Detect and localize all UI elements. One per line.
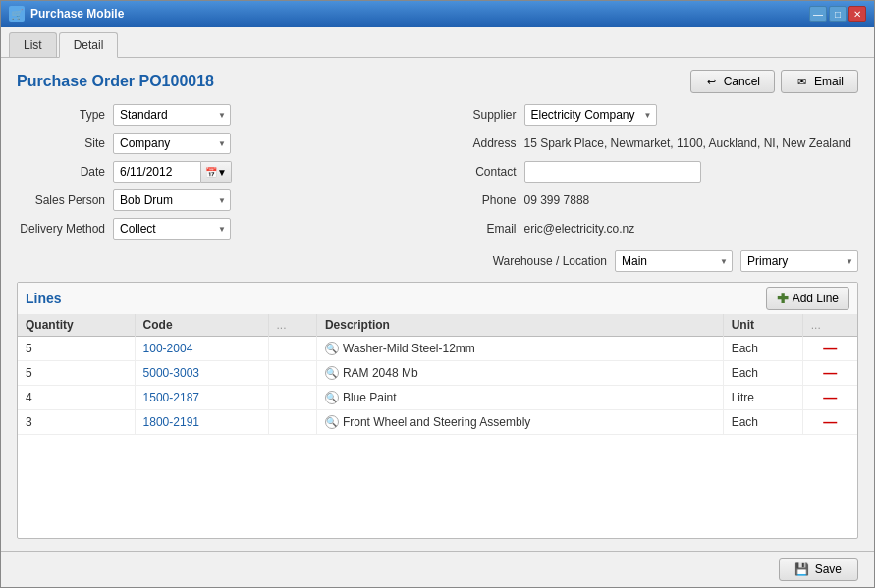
cell-code[interactable]: 100-2004 — [135, 337, 268, 361]
lines-header-row: Lines ✚ Add Line — [18, 283, 857, 314]
supplier-select-wrapper: Electricity Company — [524, 104, 657, 126]
description-text: RAM 2048 Mb — [343, 366, 418, 380]
add-icon: ✚ — [777, 291, 789, 306]
tab-bar: List Detail — [1, 27, 874, 58]
contact-input[interactable] — [524, 161, 701, 183]
email-field-label: Email — [448, 222, 517, 236]
table-header-row: Quantity Code ... Description Unit ... — [18, 314, 857, 337]
table-row: 5 5000-3003 🔍 RAM 2048 Mb Each — — [18, 361, 857, 386]
lines-table-wrapper: Quantity Code ... Description Unit ... 5… — [18, 314, 857, 538]
supplier-select[interactable]: Electricity Company — [524, 104, 657, 126]
description-with-search: 🔍 Blue Paint — [325, 391, 715, 404]
delete-line-button[interactable]: — — [811, 341, 849, 356]
lines-title: Lines — [26, 291, 62, 306]
search-icon[interactable]: 🔍 — [325, 391, 339, 404]
col-ellipsis1: ... — [268, 314, 316, 337]
location-select-wrapper: Primary — [740, 250, 858, 272]
delete-line-button[interactable]: — — [811, 414, 849, 430]
content-area: Purchase Order PO100018 ↩ Cancel ✉ Email… — [1, 58, 874, 551]
sales-person-label: Sales Person — [17, 193, 105, 207]
cell-quantity: 3 — [18, 410, 135, 435]
cell-quantity: 5 — [18, 337, 135, 361]
form-row-type: Type Standard — [17, 103, 428, 127]
main-window: 🛒 Purchase Mobile — □ ✕ List Detail Purc… — [0, 0, 875, 588]
warehouse-select[interactable]: Main — [615, 250, 733, 272]
close-button[interactable]: ✕ — [848, 6, 866, 22]
form-row-contact: Contact — [448, 160, 859, 184]
delete-line-button[interactable]: — — [811, 365, 849, 381]
delivery-method-label: Delivery Method — [17, 222, 105, 236]
warehouse-select-wrapper: Main — [615, 250, 733, 272]
tab-list[interactable]: List — [9, 32, 57, 57]
cell-search — [268, 337, 316, 361]
description-with-search: 🔍 Washer-Mild Steel-12mm — [325, 342, 715, 355]
cell-description: 🔍 Blue Paint — [316, 386, 723, 410]
cell-delete: — — [802, 386, 857, 410]
cell-description: 🔍 RAM 2048 Mb — [316, 361, 723, 386]
header-buttons: ↩ Cancel ✉ Email — [690, 70, 858, 93]
description-with-search: 🔍 RAM 2048 Mb — [325, 366, 715, 380]
po-title: Purchase Order PO100018 — [17, 73, 214, 90]
cell-unit: Each — [723, 337, 802, 361]
cell-quantity: 4 — [18, 386, 135, 410]
maximize-button[interactable]: □ — [829, 6, 847, 22]
title-bar-left: 🛒 Purchase Mobile — [9, 6, 124, 22]
email-btn-label: Email — [814, 75, 844, 88]
cell-code[interactable]: 1500-2187 — [135, 386, 268, 410]
form-section: Type Standard Site Company — [17, 103, 858, 241]
date-input[interactable] — [113, 161, 201, 183]
col-description: Description — [316, 314, 723, 337]
delete-line-button[interactable]: — — [811, 390, 849, 405]
window-controls: — □ ✕ — [809, 6, 866, 22]
cell-unit: Each — [723, 410, 802, 435]
date-label: Date — [17, 165, 105, 179]
save-button[interactable]: 💾 Save — [779, 558, 858, 581]
address-value: 15 Spark Place, Newmarket, 1100, Aucklan… — [524, 136, 852, 150]
header-row: Purchase Order PO100018 ↩ Cancel ✉ Email — [17, 70, 858, 93]
delivery-select-wrapper: Collect — [113, 218, 231, 240]
footer-bar: 💾 Save — [1, 551, 874, 587]
email-button[interactable]: ✉ Email — [781, 70, 858, 93]
col-ellipsis2: ... — [802, 314, 857, 337]
minimize-button[interactable]: — — [809, 6, 827, 22]
cell-description: 🔍 Washer-Mild Steel-12mm — [316, 337, 723, 361]
cancel-button[interactable]: ↩ Cancel — [690, 70, 775, 93]
site-select[interactable]: Company — [113, 133, 231, 154]
lines-tbody: 5 100-2004 🔍 Washer-Mild Steel-12mm Each… — [18, 337, 857, 435]
location-select[interactable]: Primary — [740, 250, 858, 272]
cell-search — [268, 410, 316, 435]
cell-code[interactable]: 1800-2191 — [135, 410, 268, 435]
warehouse-label: Warehouse / Location — [493, 254, 607, 268]
cell-search — [268, 361, 316, 386]
date-picker-button[interactable]: 📅▼ — [201, 161, 232, 183]
add-line-button[interactable]: ✚ Add Line — [766, 287, 849, 310]
cell-unit: Each — [723, 361, 802, 386]
description-text: Washer-Mild Steel-12mm — [343, 342, 475, 355]
form-row-date: Date 📅▼ — [17, 160, 428, 184]
supplier-label: Supplier — [448, 108, 517, 122]
tab-detail[interactable]: Detail — [59, 32, 119, 58]
lines-table: Quantity Code ... Description Unit ... 5… — [18, 314, 857, 435]
sales-person-select[interactable]: Bob Drum — [113, 189, 231, 211]
search-icon[interactable]: 🔍 — [325, 366, 339, 380]
form-row-supplier: Supplier Electricity Company — [448, 103, 859, 127]
table-row: 3 1800-2191 🔍 Front Wheel and Steering A… — [18, 410, 857, 435]
cell-delete: — — [802, 337, 857, 361]
delivery-method-select[interactable]: Collect — [113, 218, 231, 240]
search-icon[interactable]: 🔍 — [325, 342, 339, 355]
site-label: Site — [17, 136, 105, 150]
cell-code[interactable]: 5000-3003 — [135, 361, 268, 386]
site-select-wrapper: Company — [113, 133, 231, 154]
search-icon[interactable]: 🔍 — [325, 415, 339, 429]
col-quantity: Quantity — [18, 314, 135, 337]
type-select[interactable]: Standard — [113, 104, 231, 126]
cancel-icon: ↩ — [705, 75, 719, 88]
cell-unit: Litre — [723, 386, 802, 410]
address-label: Address — [448, 136, 517, 150]
description-text: Blue Paint — [343, 391, 397, 404]
form-row-email: Email eric@electricity.co.nz — [448, 217, 859, 241]
contact-label: Contact — [448, 165, 517, 179]
form-row-address: Address 15 Spark Place, Newmarket, 1100,… — [448, 132, 859, 155]
description-text: Front Wheel and Steering Assembly — [343, 415, 530, 429]
type-label: Type — [17, 108, 105, 122]
